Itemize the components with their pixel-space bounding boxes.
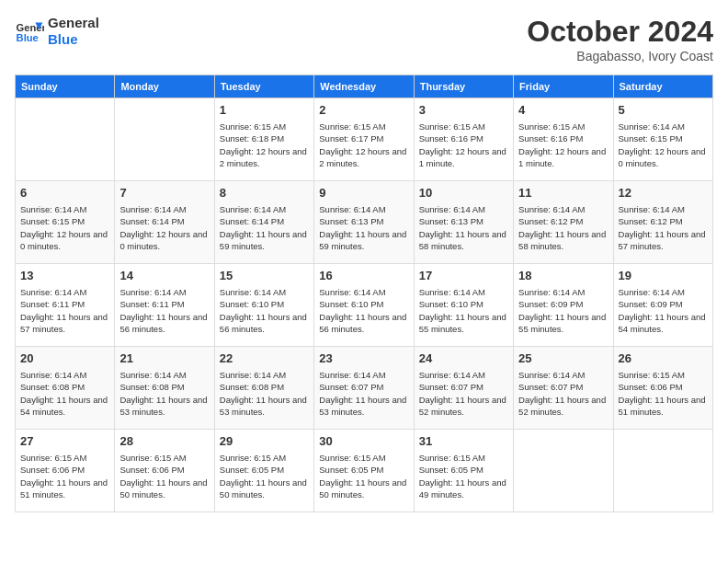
- calendar-cell: 27Sunrise: 6:15 AM Sunset: 6:06 PM Dayli…: [16, 430, 115, 512]
- calendar-cell: 4Sunrise: 6:15 AM Sunset: 6:16 PM Daylig…: [514, 98, 613, 181]
- day-info: Sunrise: 6:14 AM Sunset: 6:07 PM Dayligh…: [518, 369, 608, 418]
- day-info: Sunrise: 6:14 AM Sunset: 6:14 PM Dayligh…: [220, 203, 309, 252]
- day-info: Sunrise: 6:14 AM Sunset: 6:11 PM Dayligh…: [20, 286, 109, 335]
- day-info: Sunrise: 6:15 AM Sunset: 6:06 PM Dayligh…: [119, 452, 209, 500]
- day-info: Sunrise: 6:15 AM Sunset: 6:05 PM Dayligh…: [220, 452, 309, 500]
- calendar-cell: 3Sunrise: 6:15 AM Sunset: 6:16 PM Daylig…: [414, 98, 513, 181]
- day-header-friday: Friday: [514, 75, 613, 98]
- calendar-table: SundayMondayTuesdayWednesdayThursdayFrid…: [15, 75, 713, 512]
- day-number: 23: [319, 350, 408, 367]
- day-info: Sunrise: 6:15 AM Sunset: 6:16 PM Dayligh…: [518, 121, 608, 169]
- calendar-cell: 5Sunrise: 6:14 AM Sunset: 6:15 PM Daylig…: [613, 98, 712, 181]
- day-info: Sunrise: 6:14 AM Sunset: 6:12 PM Dayligh…: [619, 203, 708, 252]
- day-info: Sunrise: 6:14 AM Sunset: 6:14 PM Dayligh…: [119, 203, 209, 252]
- day-number: 22: [220, 350, 309, 367]
- calendar-cell: 26Sunrise: 6:15 AM Sunset: 6:06 PM Dayli…: [613, 347, 712, 430]
- month-title: October 2024: [527, 15, 713, 49]
- day-number: 14: [119, 268, 209, 284]
- calendar-cell: 21Sunrise: 6:14 AM Sunset: 6:08 PM Dayli…: [115, 347, 214, 430]
- day-number: 16: [319, 268, 408, 284]
- day-info: Sunrise: 6:14 AM Sunset: 6:08 PM Dayligh…: [119, 369, 209, 418]
- title-block: October 2024 Bagabasso, Ivory Coast: [527, 15, 713, 63]
- day-info: Sunrise: 6:15 AM Sunset: 6:05 PM Dayligh…: [419, 452, 508, 500]
- day-number: 6: [20, 185, 109, 201]
- day-number: 2: [319, 102, 408, 119]
- day-info: Sunrise: 6:14 AM Sunset: 6:08 PM Dayligh…: [20, 369, 109, 418]
- day-number: 8: [220, 185, 309, 201]
- day-number: 17: [419, 268, 508, 284]
- day-info: Sunrise: 6:14 AM Sunset: 6:15 PM Dayligh…: [619, 121, 708, 169]
- day-number: 15: [220, 268, 309, 284]
- day-info: Sunrise: 6:14 AM Sunset: 6:10 PM Dayligh…: [419, 286, 508, 335]
- logo-line2: Blue: [48, 31, 99, 48]
- day-number: 7: [119, 185, 209, 201]
- day-info: Sunrise: 6:15 AM Sunset: 6:18 PM Dayligh…: [220, 121, 309, 169]
- calendar-cell: 19Sunrise: 6:14 AM Sunset: 6:09 PM Dayli…: [613, 264, 712, 347]
- day-info: Sunrise: 6:14 AM Sunset: 6:10 PM Dayligh…: [220, 286, 309, 335]
- day-number: 11: [518, 185, 608, 201]
- calendar-cell: 18Sunrise: 6:14 AM Sunset: 6:09 PM Dayli…: [514, 264, 613, 347]
- week-row-1: 1Sunrise: 6:15 AM Sunset: 6:18 PM Daylig…: [16, 98, 713, 181]
- logo-line1: General: [48, 15, 99, 31]
- day-number: 31: [419, 433, 508, 450]
- calendar-cell: 11Sunrise: 6:14 AM Sunset: 6:12 PM Dayli…: [514, 181, 613, 264]
- calendar-cell: [613, 430, 712, 512]
- calendar-cell: 22Sunrise: 6:14 AM Sunset: 6:08 PM Dayli…: [214, 347, 313, 430]
- svg-text:Blue: Blue: [17, 32, 39, 43]
- calendar-cell: 7Sunrise: 6:14 AM Sunset: 6:14 PM Daylig…: [115, 181, 214, 264]
- day-number: 30: [319, 433, 408, 450]
- day-number: 4: [518, 102, 608, 119]
- calendar-cell: 17Sunrise: 6:14 AM Sunset: 6:10 PM Dayli…: [414, 264, 513, 347]
- calendar-cell: 8Sunrise: 6:14 AM Sunset: 6:14 PM Daylig…: [214, 181, 313, 264]
- calendar-cell: [514, 430, 613, 512]
- day-info: Sunrise: 6:14 AM Sunset: 6:08 PM Dayligh…: [220, 369, 309, 418]
- calendar-cell: 28Sunrise: 6:15 AM Sunset: 6:06 PM Dayli…: [115, 430, 214, 512]
- day-number: 13: [20, 268, 109, 284]
- calendar-cell: 6Sunrise: 6:14 AM Sunset: 6:15 PM Daylig…: [16, 181, 115, 264]
- calendar-cell: 12Sunrise: 6:14 AM Sunset: 6:12 PM Dayli…: [613, 181, 712, 264]
- calendar-cell: 16Sunrise: 6:14 AM Sunset: 6:10 PM Dayli…: [314, 264, 414, 347]
- day-number: 5: [619, 102, 708, 119]
- day-info: Sunrise: 6:14 AM Sunset: 6:15 PM Dayligh…: [20, 203, 109, 252]
- week-row-5: 27Sunrise: 6:15 AM Sunset: 6:06 PM Dayli…: [16, 430, 713, 512]
- calendar-cell: 23Sunrise: 6:14 AM Sunset: 6:07 PM Dayli…: [314, 347, 414, 430]
- calendar-header-row: SundayMondayTuesdayWednesdayThursdayFrid…: [16, 75, 713, 98]
- day-info: Sunrise: 6:14 AM Sunset: 6:13 PM Dayligh…: [419, 203, 508, 252]
- day-number: 25: [518, 350, 608, 367]
- day-header-sunday: Sunday: [16, 75, 115, 98]
- day-info: Sunrise: 6:14 AM Sunset: 6:07 PM Dayligh…: [419, 369, 508, 418]
- calendar-cell: [115, 98, 214, 181]
- day-number: 26: [619, 350, 708, 367]
- calendar-cell: 1Sunrise: 6:15 AM Sunset: 6:18 PM Daylig…: [214, 98, 313, 181]
- day-info: Sunrise: 6:15 AM Sunset: 6:16 PM Dayligh…: [419, 121, 508, 169]
- day-number: 10: [419, 185, 508, 201]
- page-header: General Blue General Blue October 2024 B…: [15, 15, 713, 63]
- location-subtitle: Bagabasso, Ivory Coast: [527, 49, 713, 63]
- calendar-cell: 24Sunrise: 6:14 AM Sunset: 6:07 PM Dayli…: [414, 347, 513, 430]
- day-info: Sunrise: 6:14 AM Sunset: 6:09 PM Dayligh…: [518, 286, 608, 335]
- day-header-saturday: Saturday: [613, 75, 712, 98]
- calendar-cell: 2Sunrise: 6:15 AM Sunset: 6:17 PM Daylig…: [314, 98, 414, 181]
- day-info: Sunrise: 6:15 AM Sunset: 6:17 PM Dayligh…: [319, 121, 408, 169]
- calendar-body: 1Sunrise: 6:15 AM Sunset: 6:18 PM Daylig…: [16, 98, 713, 512]
- day-number: 29: [220, 433, 309, 450]
- day-info: Sunrise: 6:14 AM Sunset: 6:10 PM Dayligh…: [319, 286, 408, 335]
- day-info: Sunrise: 6:15 AM Sunset: 6:05 PM Dayligh…: [319, 452, 408, 500]
- day-number: 21: [119, 350, 209, 367]
- calendar-cell: 30Sunrise: 6:15 AM Sunset: 6:05 PM Dayli…: [314, 430, 414, 512]
- day-header-monday: Monday: [115, 75, 214, 98]
- day-number: 19: [619, 268, 708, 284]
- day-number: 9: [319, 185, 408, 201]
- day-number: 18: [518, 268, 608, 284]
- day-number: 12: [619, 185, 708, 201]
- day-header-tuesday: Tuesday: [214, 75, 313, 98]
- calendar-cell: 20Sunrise: 6:14 AM Sunset: 6:08 PM Dayli…: [16, 347, 115, 430]
- day-info: Sunrise: 6:14 AM Sunset: 6:13 PM Dayligh…: [319, 203, 408, 252]
- calendar-cell: 14Sunrise: 6:14 AM Sunset: 6:11 PM Dayli…: [115, 264, 214, 347]
- day-info: Sunrise: 6:15 AM Sunset: 6:06 PM Dayligh…: [20, 452, 109, 500]
- day-info: Sunrise: 6:14 AM Sunset: 6:09 PM Dayligh…: [619, 286, 708, 335]
- calendar-cell: 31Sunrise: 6:15 AM Sunset: 6:05 PM Dayli…: [414, 430, 513, 512]
- day-number: 27: [20, 433, 109, 450]
- calendar-cell: [16, 98, 115, 181]
- week-row-4: 20Sunrise: 6:14 AM Sunset: 6:08 PM Dayli…: [16, 347, 713, 430]
